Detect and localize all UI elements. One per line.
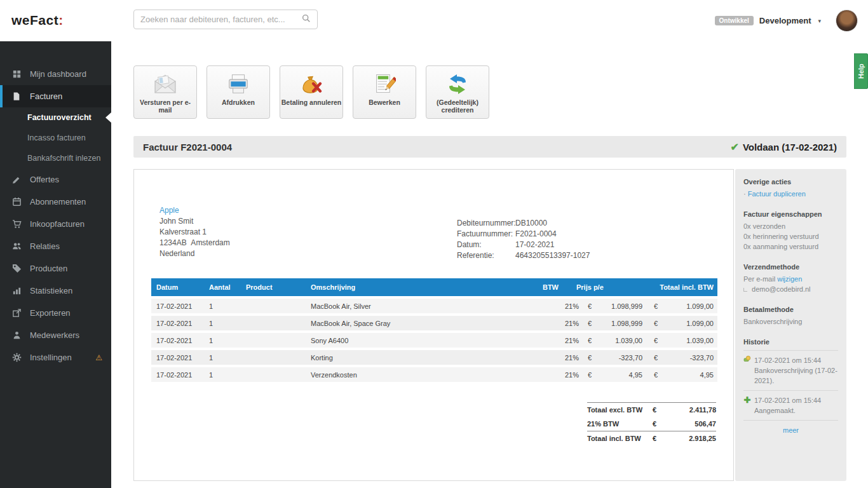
env-menu-label[interactable]: Development: [759, 16, 811, 25]
history-item: ✚ 17-02-2021 om 15:44 Aangemaakt.: [743, 395, 838, 416]
currency-symbol: €: [588, 371, 598, 379]
total-label: Totaal excl. BTW: [587, 406, 653, 414]
email-icon: [153, 72, 177, 96]
cell-prijs: 1.039,00: [598, 337, 642, 344]
global-search: [133, 10, 318, 29]
sidebar-item-factuuroverzicht[interactable]: Factuuroverzicht: [0, 107, 111, 128]
sidebar-item-label: Incasso facturen: [27, 133, 86, 142]
environment-switcher[interactable]: Ontwikkel Development ▾: [715, 0, 821, 41]
col-header-omschrijving: Omschrijving: [311, 283, 529, 291]
customer-link[interactable]: Apple: [159, 205, 230, 216]
meta-value: DB10000: [515, 219, 547, 227]
sidebar-item-inkoopfacturen[interactable]: Inkoopfacturen: [0, 213, 111, 235]
credit-icon: [446, 72, 469, 96]
table-row: 17-02-2021 1 Verzendkosten 21% € 4,95 € …: [151, 367, 717, 382]
cell-btw: 21%: [550, 371, 579, 379]
cell-prijs: 1.098,999: [598, 302, 642, 310]
button-label: Afdrukken: [222, 98, 255, 106]
sidebar-item-label: Facturen: [30, 92, 62, 101]
section-title-eigenschappen: Factuur eigenschappen: [743, 210, 838, 218]
credit-button[interactable]: (Gedeeltelijk) crediteren: [426, 65, 489, 119]
table-header-row: Datum Aantal Product Omschrijving BTW Pr…: [151, 278, 717, 296]
cell-omschrijving: MacBook Air, Space Gray: [311, 320, 550, 327]
cancel-payment-button[interactable]: Betaling annuleren: [280, 65, 343, 119]
sidebar-item-offertes[interactable]: Offertes: [0, 168, 111, 191]
col-header-aantal: Aantal: [209, 283, 246, 291]
sidebar-item-label: Relaties: [30, 241, 60, 251]
avatar[interactable]: [836, 10, 858, 32]
page-title: Factuur F2021-0004: [143, 142, 232, 152]
warning-icon: ⚠: [95, 353, 102, 362]
sidebar-item-bankafschrift-inlezen[interactable]: Bankafschrift inlezen: [0, 148, 111, 168]
sidebar-item-statistieken[interactable]: Statistieken: [0, 280, 111, 302]
sidebar-item-abonnementen[interactable]: Abonnementen: [0, 191, 111, 213]
sidebar-item-label: Factuuroverzicht: [27, 113, 92, 122]
search-icon[interactable]: [302, 14, 311, 25]
history-date: 17-02-2021 om 15:44: [754, 395, 821, 405]
currency-symbol: €: [588, 337, 598, 344]
export-icon: [11, 308, 22, 318]
col-header-prijs: Prijs p/e: [567, 283, 631, 291]
people-icon: [11, 241, 22, 252]
more-row: meer: [743, 426, 838, 434]
calendar-icon: [11, 197, 22, 207]
meta-row: Referentie:4643205513397-1027: [457, 250, 590, 261]
gear-icon: [11, 353, 22, 363]
sidebar-item-medewerkers[interactable]: Medewerkers: [0, 324, 111, 346]
sidebar-item-exporteren[interactable]: Exporteren: [0, 302, 111, 324]
status-badge: ✔ Voldaan (17-02-2021): [730, 141, 837, 153]
sidebar-item-incasso-facturen[interactable]: Incasso facturen: [0, 128, 111, 148]
cell-totaal: 4,95: [664, 371, 714, 379]
table-row: 17-02-2021 1 MacBook Air, Space Gray 21%…: [151, 316, 717, 330]
send-email-button[interactable]: Versturen per e-mail: [133, 65, 197, 119]
pencil-icon: [11, 175, 22, 185]
history-text: Aangemaakt.: [743, 405, 838, 416]
address-line: 1234AB Amsterdam: [159, 238, 230, 248]
more-history-link[interactable]: meer: [783, 426, 799, 434]
button-label: (Gedeeltelijk) crediteren: [426, 98, 489, 114]
wefact-app: weFact: Ontwikkel Development ▾ Help Mij…: [0, 0, 868, 488]
logo-colon: :: [58, 13, 64, 27]
search-input[interactable]: [140, 15, 302, 24]
print-button[interactable]: Afdrukken: [207, 65, 270, 119]
currency-symbol: €: [653, 435, 674, 442]
cell-aantal: 1: [209, 320, 246, 327]
section-title-overige-acties: Overige acties: [743, 178, 838, 186]
currency-symbol: €: [654, 337, 664, 344]
table-row: 17-02-2021 1 Sony A6400 21% € 1.039,00 €…: [151, 333, 717, 348]
bar-chart-icon: [11, 286, 22, 296]
address-line: John Smit: [159, 216, 230, 227]
currency-symbol: €: [654, 371, 664, 379]
change-send-method-link[interactable]: wijzigen: [777, 275, 802, 283]
topbar: weFact: Ontwikkel Development ▾: [0, 0, 868, 41]
currency-symbol: €: [654, 354, 664, 362]
currency-symbol: €: [588, 320, 598, 327]
help-tab[interactable]: Help: [854, 53, 868, 89]
sidebar-item-relaties[interactable]: Relaties: [0, 235, 111, 257]
sidebar-item-instellingen[interactable]: Instellingen ⚠: [0, 346, 111, 369]
edit-button[interactable]: Bewerken: [353, 65, 416, 119]
payment-icon: [743, 355, 751, 365]
sidebar-item-dashboard[interactable]: Mijn dashboard: [0, 63, 111, 85]
sidebar: Mijn dashboard Facturen Factuuroverzicht…: [0, 41, 111, 488]
cell-datum: 17-02-2021: [156, 371, 209, 379]
main-content: Versturen per e-mail Afdrukken: [133, 65, 846, 481]
send-email-value: demo@codebird.nl: [752, 285, 811, 293]
sidebar-item-facturen[interactable]: Facturen: [0, 85, 111, 107]
total-value: 2.918,25: [674, 435, 716, 442]
printer-icon: [227, 72, 250, 96]
divider: [743, 420, 838, 421]
sidebar-item-label: Abonnementen: [30, 197, 86, 207]
meta-row: Factuurnummer:F2021-0004: [457, 229, 590, 240]
button-label: Betaling annuleren: [281, 98, 342, 106]
col-header-datum: Datum: [156, 283, 209, 291]
history-text: Bankoverschrijving (17-02-2021).: [743, 365, 838, 386]
invoice-lines-table: Datum Aantal Product Omschrijving BTW Pr…: [151, 278, 717, 384]
sidebar-item-producten[interactable]: Producten: [0, 257, 111, 280]
currency-symbol: €: [653, 406, 674, 414]
address-line: Kalverstraat 1: [159, 227, 230, 238]
total-value: 506,47: [674, 420, 716, 428]
cell-btw: 21%: [550, 320, 579, 327]
currency-symbol: €: [654, 320, 664, 327]
duplicate-invoice-link[interactable]: Factuur dupliceren: [748, 190, 806, 198]
